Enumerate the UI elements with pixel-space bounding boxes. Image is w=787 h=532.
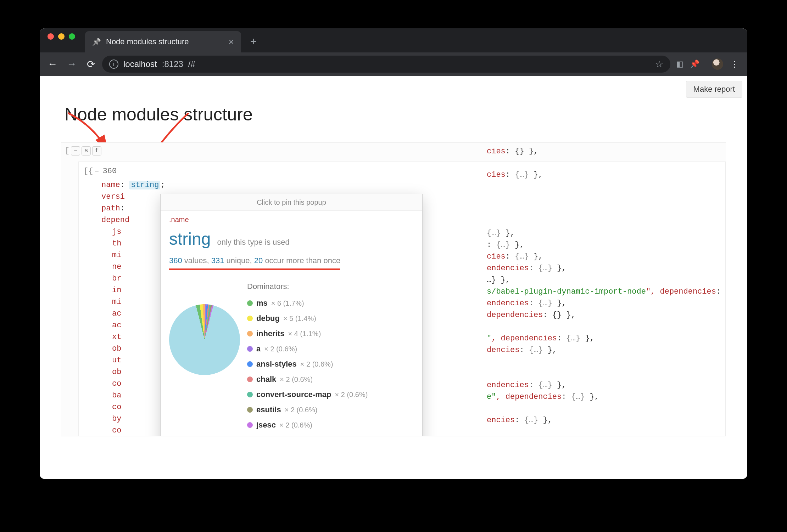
dominator-meta: × 2 (0.6%): [264, 344, 297, 354]
mode-f-button[interactable]: f: [92, 146, 101, 155]
code-line: cies: {…} },: [487, 169, 726, 181]
legend-dot-icon: [247, 300, 253, 306]
dominator-meta: × 2 (0.6%): [335, 389, 368, 400]
code-line: s/babel-plugin-dynamic-import-node", dep…: [487, 286, 726, 298]
mode-s-button[interactable]: s: [82, 146, 91, 155]
make-report-button[interactable]: Make report: [686, 81, 742, 98]
dominator-item[interactable]: debug× 5 (1.4%): [247, 312, 368, 324]
url-path: /#: [188, 59, 195, 69]
background-code: cies: {} }, cies: {…} }, {…} },: {…} },c…: [487, 146, 726, 426]
code-line: e", dependencies: {…} },: [487, 391, 726, 403]
browser-window: 📌 Node modules structure × + ← → ⟳ i loc…: [40, 28, 747, 479]
code-line: [487, 181, 726, 192]
code-line: [487, 368, 726, 379]
dominator-item[interactable]: ansi-styles× 2 (0.6%): [247, 358, 368, 370]
toolbar-divider: [706, 58, 706, 70]
browser-menu-icon[interactable]: ⋮: [727, 59, 742, 69]
popup-type-note: only this type is used: [217, 238, 290, 247]
code-line: …} },: [487, 274, 726, 286]
dominator-item[interactable]: inherits× 4 (1.1%): [247, 328, 368, 339]
popup-stats: 360 values, 331 unique, 20 occur more th…: [169, 255, 340, 270]
type-badge[interactable]: string: [129, 181, 160, 189]
legend-dot-icon: [247, 407, 253, 413]
legend-dot-icon: [247, 316, 253, 321]
bracket-open: [: [65, 145, 69, 157]
legend-dot-icon: [247, 346, 253, 352]
page-title: Node modules structure: [40, 76, 747, 135]
tab-favicon-icon: 📌: [92, 38, 101, 46]
code-line: [487, 192, 726, 204]
type-stats-popup: Click to pin this popup .name string onl…: [160, 194, 423, 436]
code-line: encies: {…} },: [487, 414, 726, 426]
dominator-item[interactable]: jsesc× 2 (0.6%): [247, 419, 368, 431]
site-info-icon[interactable]: i: [109, 60, 118, 69]
dominator-item[interactable]: a× 2 (0.6%): [247, 343, 368, 355]
dominator-name: inherits: [256, 328, 284, 339]
popup-pin-hint[interactable]: Click to pin this popup: [161, 194, 422, 211]
dominator-item[interactable]: ms× 6 (1.7%): [247, 297, 368, 309]
code-line: [487, 403, 726, 414]
dominator-item[interactable]: chalk× 2 (0.6%): [247, 373, 368, 385]
code-line: endencies: {…} },: [487, 379, 726, 391]
tab-close-icon[interactable]: ×: [229, 37, 234, 46]
popup-field-path: .name: [169, 214, 414, 225]
dominator-meta: × 4 (1.1%): [288, 328, 321, 339]
dominators-heading: Dominators:: [247, 281, 414, 292]
nav-forward-button[interactable]: →: [64, 56, 79, 72]
structure-view: [ – s f [{ – 360 name: string; versi pat…: [61, 142, 726, 436]
nav-reload-button[interactable]: ⟳: [83, 56, 99, 72]
code-line: [487, 356, 726, 368]
code-line: endencies: {…} },: [487, 262, 726, 274]
collapse-toggle[interactable]: –: [71, 146, 80, 155]
popup-type-name: string: [169, 226, 211, 252]
dominator-meta: × 6 (1.7%): [271, 298, 304, 309]
dominator-meta: × 2 (0.6%): [280, 374, 313, 385]
dominator-meta: × 2 (0.6%): [285, 404, 318, 415]
window-minimize-icon[interactable]: [58, 33, 65, 40]
legend-dot-icon: [247, 392, 253, 397]
dominator-name: ...: [256, 434, 263, 436]
inner-collapse-toggle[interactable]: –: [94, 165, 99, 177]
dominator-name: convert-source-map: [256, 389, 331, 400]
code-line: [487, 216, 726, 227]
dominator-name: ansi-styles: [256, 358, 297, 370]
profile-avatar[interactable]: [712, 58, 723, 70]
code-line: : {…} },: [487, 239, 726, 251]
new-tab-button[interactable]: +: [241, 35, 266, 52]
nav-back-button[interactable]: ←: [45, 56, 60, 72]
extension-pin-icon[interactable]: 📌: [689, 58, 700, 70]
dominator-item[interactable]: ...× 333 (92.5%): [247, 434, 368, 436]
address-bar[interactable]: i localhost:8123/# ☆: [102, 56, 670, 73]
code-line: {…} },: [487, 227, 726, 239]
url-port: :8123: [162, 59, 183, 69]
dominator-name: a: [256, 343, 261, 355]
code-line: cies: {} },: [487, 146, 726, 157]
dominator-item[interactable]: convert-source-map× 2 (0.6%): [247, 389, 368, 400]
tab-title: Node modules structure: [106, 37, 189, 46]
code-line: endencies: {…} },: [487, 298, 726, 309]
dominator-item[interactable]: esutils× 2 (0.6%): [247, 404, 368, 415]
dominator-name: jsesc: [256, 419, 276, 431]
dominator-name: esutils: [256, 404, 281, 415]
dominator-meta: × 5 (1.4%): [283, 313, 316, 324]
dominator-meta: × 2 (0.6%): [300, 359, 333, 369]
window-close-icon[interactable]: [48, 33, 54, 40]
window-maximize-icon[interactable]: [69, 33, 75, 40]
code-line: [487, 157, 726, 169]
dominators-legend: ms× 6 (1.7%)debug× 5 (1.4%)inherits× 4 (…: [247, 297, 368, 436]
browser-toolbar: ← → ⟳ i localhost:8123/# ☆ ◧ 📌 ⋮: [40, 52, 747, 76]
legend-dot-icon: [247, 377, 253, 382]
window-controls: [40, 33, 75, 47]
dominator-meta: × 2 (0.6%): [279, 420, 312, 430]
browser-tab[interactable]: 📌 Node modules structure ×: [85, 31, 241, 52]
code-line: ", dependencies: {…} },: [487, 333, 726, 344]
extension-icon[interactable]: ◧: [674, 58, 685, 70]
dominator-name: ms: [256, 297, 268, 309]
dominators-pie-chart: [162, 297, 247, 383]
inner-open: [{: [84, 165, 93, 177]
bookmark-icon[interactable]: ☆: [655, 59, 663, 70]
url-host: localhost: [123, 59, 157, 69]
code-line: [487, 204, 726, 216]
code-line: dependencies: {} },: [487, 309, 726, 321]
object-count: 360: [103, 165, 117, 177]
